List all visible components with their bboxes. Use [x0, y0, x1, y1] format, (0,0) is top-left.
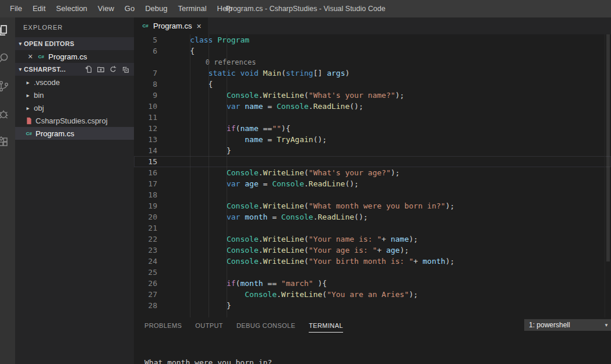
line-content	[157, 267, 172, 278]
code-line[interactable]: 15	[134, 156, 611, 167]
code-line[interactable]: 10 var name = Console.ReadLine();	[134, 101, 611, 112]
codelens-references[interactable]: 0 references	[172, 58, 256, 66]
code-line[interactable]: 18	[134, 189, 611, 200]
tree-item-label: bin	[34, 91, 44, 100]
menu-edit[interactable]: Edit	[27, 0, 51, 17]
menu-go[interactable]: Go	[119, 0, 140, 17]
chevron-right-icon: ▸	[24, 79, 31, 86]
open-editors-label: OPEN EDITORS	[24, 40, 75, 47]
terminal-selector[interactable]: 1: powershell ▼	[524, 319, 611, 331]
new-folder-icon[interactable]	[96, 64, 106, 75]
line-content	[157, 189, 172, 200]
collapse-all-icon[interactable]	[120, 64, 130, 75]
terminal-output[interactable]: What month were you born in? march Your …	[134, 333, 611, 364]
tree-item-programcs[interactable]: C# Program.cs	[15, 127, 134, 140]
tab-problems[interactable]: PROBLEMS	[144, 322, 182, 333]
refresh-icon[interactable]	[108, 64, 118, 75]
line-number: 6	[134, 45, 157, 56]
chevron-down-icon: ▾	[17, 41, 24, 47]
tab-terminal[interactable]: TERMINAL	[309, 322, 343, 333]
line-content: var month = Console.ReadLine();	[157, 211, 368, 222]
code-line[interactable]: 11	[134, 112, 611, 123]
code-editor[interactable]: 5 class Program6 { 0 references7 static …	[134, 34, 611, 317]
menu-selection[interactable]: Selection	[51, 0, 92, 17]
code-line[interactable]: 27 Console.WriteLine("You are an Aries")…	[134, 289, 611, 300]
window-title: Program.cs - CsharpStudies - Visual Stud…	[225, 5, 385, 13]
tree-item-vscode[interactable]: ▸ .vscode	[15, 76, 134, 89]
line-content: if(name ==""){	[157, 123, 291, 134]
code-line[interactable]: 26 if(month == "march" ){	[134, 278, 611, 289]
tree-item-label: CsharpStudies.csproj	[36, 116, 108, 125]
indent-guide	[227, 34, 227, 317]
tab-debug-console[interactable]: DEBUG CONSOLE	[236, 322, 295, 333]
tree-item-bin[interactable]: ▸ bin	[15, 89, 134, 101]
new-file-icon[interactable]	[83, 64, 94, 75]
title-bar: File Edit Selection View Go Debug Termin…	[0, 0, 611, 17]
csharp-file-icon: C#	[37, 52, 45, 61]
line-number: 21	[134, 222, 157, 234]
close-icon[interactable]: ×	[27, 52, 34, 61]
csharp-file-icon: C#	[141, 22, 150, 30]
line-number: 28	[134, 300, 157, 311]
code-line[interactable]: 6 {	[134, 45, 611, 56]
open-editor-item-programcs[interactable]: × C# Program.cs	[15, 50, 134, 63]
line-number: 5	[134, 34, 157, 45]
code-line[interactable]: 8 {	[134, 79, 611, 90]
code-line[interactable]: 14 }	[134, 145, 611, 156]
tab-programcs[interactable]: C# Program.cs ×	[134, 17, 208, 34]
bottom-panel: PROBLEMS OUTPUT DEBUG CONSOLE TERMINAL 1…	[134, 317, 611, 364]
line-number: 16	[134, 167, 157, 178]
line-number: 25	[134, 267, 157, 278]
debug-icon[interactable]	[0, 107, 10, 121]
line-content: var name = Console.ReadLine();	[157, 101, 363, 112]
code-line[interactable]: 21	[134, 222, 611, 234]
code-line[interactable]: 25	[134, 267, 611, 278]
csharp-file-icon: C#	[24, 129, 33, 138]
code-line[interactable]: 24 Console.WriteLine("Your birth month i…	[134, 256, 611, 267]
csproj-file-icon	[24, 116, 33, 125]
line-content	[157, 222, 172, 234]
chevron-right-icon: ▸	[24, 105, 31, 111]
line-number: 23	[134, 245, 157, 256]
codelens-line[interactable]: 0 references	[134, 56, 611, 68]
line-number	[134, 56, 157, 68]
line-number: 10	[134, 101, 157, 112]
close-icon[interactable]: ×	[195, 22, 202, 30]
extensions-icon[interactable]	[0, 135, 10, 149]
code-line[interactable]: 16 Console.WriteLine("What's your age?")…	[134, 167, 611, 178]
search-icon[interactable]	[0, 51, 10, 65]
scrollbar-thumb[interactable]	[606, 34, 610, 261]
source-control-icon[interactable]	[0, 79, 10, 93]
code-line[interactable]: 19 Console.WriteLine("What month were yo…	[134, 200, 611, 211]
menu-view[interactable]: View	[93, 0, 119, 17]
code-line[interactable]: 9 Console.WriteLine("What's your name?")…	[134, 90, 611, 101]
editor-scrollbar[interactable]	[605, 34, 611, 317]
open-editors-header[interactable]: ▾ OPEN EDITORS	[15, 37, 134, 50]
folder-section-header[interactable]: ▾ CSHARPST...	[15, 63, 134, 76]
menu-file[interactable]: File	[5, 0, 27, 17]
tab-output[interactable]: OUTPUT	[195, 322, 223, 333]
code-line[interactable]: 12 if(name ==""){	[134, 123, 611, 134]
menu-terminal[interactable]: Terminal	[172, 0, 211, 17]
code-line[interactable]: 17 var age = Console.ReadLine();	[134, 178, 611, 189]
explorer-sidebar: EXPLORER ▾ OPEN EDITORS × C# Program.cs …	[15, 17, 134, 364]
code-line[interactable]: 28 }	[134, 300, 611, 311]
tree-item-obj[interactable]: ▸ obj	[15, 101, 134, 114]
code-line[interactable]: 20 var month = Console.ReadLine();	[134, 211, 611, 222]
tree-item-csproj[interactable]: CsharpStudies.csproj	[15, 114, 134, 127]
editor-group: C# Program.cs × 5 class Program6 { 0 ref…	[134, 17, 611, 364]
code-line[interactable]: 23 Console.WriteLine("Your age is: "+ ag…	[134, 245, 611, 256]
indent-guide	[190, 34, 190, 317]
section-actions	[83, 64, 134, 75]
menu-debug[interactable]: Debug	[140, 0, 172, 17]
tab-bar: C# Program.cs ×	[134, 17, 611, 34]
code-line[interactable]: 7 static void Main(string[] args)	[134, 68, 611, 79]
files-icon[interactable]	[0, 23, 10, 37]
code-line[interactable]: 22 Console.WriteLine("Your name is: "+ n…	[134, 234, 611, 245]
line-content: Console.WriteLine("What's your name?");	[157, 90, 404, 101]
line-number: 8	[134, 79, 157, 90]
code-line[interactable]: 13 name = TryAgain();	[134, 134, 611, 145]
indent-guide	[209, 34, 209, 317]
line-content	[157, 112, 172, 123]
code-line[interactable]: 5 class Program	[134, 34, 611, 45]
